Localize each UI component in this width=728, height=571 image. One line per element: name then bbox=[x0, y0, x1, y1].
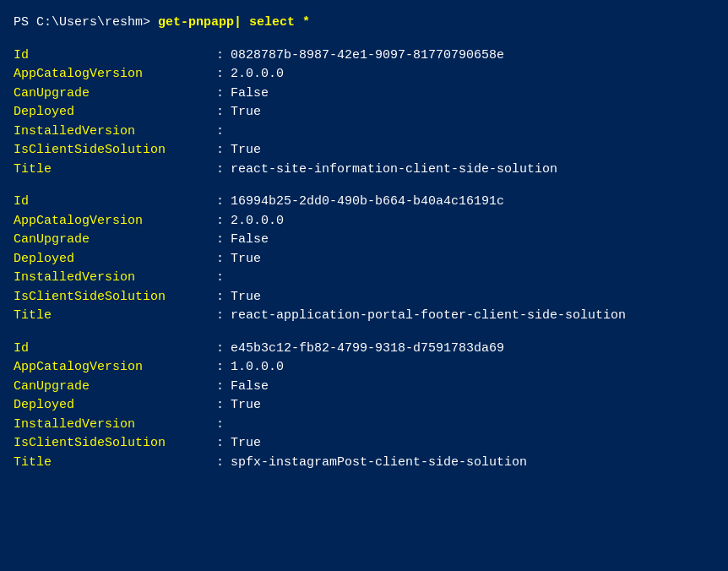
field-row-title: Title: react-site-information-client-sid… bbox=[14, 160, 714, 180]
field-key-isclientsidesolution: IsClientSideSolution bbox=[14, 434, 216, 454]
field-row-canupgrade: CanUpgrade: False bbox=[14, 84, 714, 104]
field-value-title: react-application-portal-footer-client-s… bbox=[231, 307, 626, 326]
field-row-isclientsidesolution: IsClientSideSolution: True bbox=[14, 288, 714, 307]
field-sep: : bbox=[216, 396, 224, 416]
field-key-id: Id bbox=[14, 193, 216, 212]
field-row-title: Title: react-application-portal-footer-c… bbox=[14, 307, 714, 326]
field-row-deployed: Deployed: True bbox=[14, 396, 714, 416]
prompt-path: PS C:\Users\reshm> bbox=[14, 15, 158, 30]
field-value-canupgrade: False bbox=[231, 84, 269, 104]
field-sep: : bbox=[216, 212, 224, 231]
field-key-deployed: Deployed bbox=[14, 250, 216, 269]
entry-2: Id: e45b3c12-fb82-4799-9318-d7591783da69… bbox=[14, 340, 714, 473]
field-key-appcatalogversion: AppCatalogVersion bbox=[14, 65, 216, 84]
field-key-appcatalogversion: AppCatalogVersion bbox=[14, 358, 216, 378]
field-sep: : bbox=[216, 340, 224, 359]
field-key-installedversion: InstalledVersion bbox=[14, 122, 216, 142]
field-value-id: 16994b25-2dd0-490b-b664-b40a4c16191c bbox=[231, 193, 504, 212]
field-sep: : bbox=[216, 288, 224, 307]
entry-0: Id: 0828787b-8987-42e1-9097-81770790658e… bbox=[14, 46, 714, 180]
field-key-appcatalogversion: AppCatalogVersion bbox=[14, 212, 216, 231]
field-sep: : bbox=[216, 160, 224, 180]
field-row-deployed: Deployed: True bbox=[14, 103, 714, 122]
field-value-deployed: True bbox=[231, 103, 261, 122]
field-value-isclientsidesolution: True bbox=[231, 141, 261, 160]
field-key-id: Id bbox=[14, 46, 216, 66]
field-sep: : bbox=[216, 416, 224, 435]
field-value-canupgrade: False bbox=[231, 231, 269, 250]
field-sep: : bbox=[216, 454, 224, 473]
field-value-id: 0828787b-8987-42e1-9097-81770790658e bbox=[231, 46, 504, 66]
field-sep: : bbox=[216, 358, 224, 378]
field-key-installedversion: InstalledVersion bbox=[14, 416, 216, 435]
field-key-title: Title bbox=[14, 307, 216, 326]
field-value-deployed: True bbox=[231, 396, 261, 416]
field-value-appcatalogversion: 2.0.0.0 bbox=[231, 65, 284, 84]
field-sep: : bbox=[216, 46, 224, 66]
field-sep: : bbox=[216, 307, 224, 326]
field-value-canupgrade: False bbox=[231, 378, 269, 397]
field-sep: : bbox=[216, 434, 224, 454]
field-row-deployed: Deployed: True bbox=[14, 250, 714, 269]
field-row-title: Title: spfx-instagramPost-client-side-so… bbox=[14, 454, 714, 473]
field-sep: : bbox=[216, 122, 224, 142]
field-sep: : bbox=[216, 231, 224, 250]
field-sep: : bbox=[216, 103, 224, 122]
field-sep: : bbox=[216, 84, 224, 104]
terminal-window: PS C:\Users\reshm> get-pnpapp| select * … bbox=[14, 14, 714, 472]
field-key-canupgrade: CanUpgrade bbox=[14, 231, 216, 250]
field-value-appcatalogversion: 2.0.0.0 bbox=[231, 212, 284, 231]
field-row-isclientsidesolution: IsClientSideSolution: True bbox=[14, 141, 714, 160]
field-row-installedversion: InstalledVersion: bbox=[14, 122, 714, 142]
field-value-isclientsidesolution: True bbox=[231, 434, 261, 454]
field-key-deployed: Deployed bbox=[14, 103, 216, 122]
field-value-isclientsidesolution: True bbox=[231, 288, 261, 307]
field-row-appcatalogversion: AppCatalogVersion: 1.0.0.0 bbox=[14, 358, 714, 378]
field-key-isclientsidesolution: IsClientSideSolution bbox=[14, 288, 216, 307]
entries-container: Id: 0828787b-8987-42e1-9097-81770790658e… bbox=[14, 46, 714, 473]
field-row-installedversion: InstalledVersion: bbox=[14, 416, 714, 435]
field-key-id: Id bbox=[14, 340, 216, 359]
field-row-id: Id: e45b3c12-fb82-4799-9318-d7591783da69 bbox=[14, 340, 714, 359]
field-row-isclientsidesolution: IsClientSideSolution: True bbox=[14, 434, 714, 454]
field-row-id: Id: 16994b25-2dd0-490b-b664-b40a4c16191c bbox=[14, 193, 714, 212]
field-value-title: react-site-information-client-side-solut… bbox=[231, 160, 557, 180]
field-sep: : bbox=[216, 193, 224, 212]
prompt-command: get-pnpapp| select * bbox=[158, 15, 310, 30]
field-key-deployed: Deployed bbox=[14, 396, 216, 416]
field-value-id: e45b3c12-fb82-4799-9318-d7591783da69 bbox=[231, 340, 504, 359]
field-key-title: Title bbox=[14, 454, 216, 473]
field-row-canupgrade: CanUpgrade: False bbox=[14, 378, 714, 397]
field-sep: : bbox=[216, 250, 224, 269]
field-key-title: Title bbox=[14, 160, 216, 180]
field-key-canupgrade: CanUpgrade bbox=[14, 84, 216, 104]
field-value-title: spfx-instagramPost-client-side-solution bbox=[231, 454, 527, 473]
field-row-id: Id: 0828787b-8987-42e1-9097-81770790658e bbox=[14, 46, 714, 66]
field-row-installedversion: InstalledVersion: bbox=[14, 269, 714, 288]
entry-1: Id: 16994b25-2dd0-490b-b664-b40a4c16191c… bbox=[14, 193, 714, 326]
field-sep: : bbox=[216, 65, 224, 84]
field-sep: : bbox=[216, 378, 224, 397]
field-sep: : bbox=[216, 141, 224, 160]
field-key-canupgrade: CanUpgrade bbox=[14, 378, 216, 397]
field-value-appcatalogversion: 1.0.0.0 bbox=[231, 358, 284, 378]
field-value-deployed: True bbox=[231, 250, 261, 269]
field-row-canupgrade: CanUpgrade: False bbox=[14, 231, 714, 250]
field-key-isclientsidesolution: IsClientSideSolution bbox=[14, 141, 216, 160]
field-row-appcatalogversion: AppCatalogVersion: 2.0.0.0 bbox=[14, 65, 714, 84]
field-sep: : bbox=[216, 269, 224, 288]
field-row-appcatalogversion: AppCatalogVersion: 2.0.0.0 bbox=[14, 212, 714, 231]
field-key-installedversion: InstalledVersion bbox=[14, 269, 216, 288]
prompt-line: PS C:\Users\reshm> get-pnpapp| select * bbox=[14, 14, 714, 33]
